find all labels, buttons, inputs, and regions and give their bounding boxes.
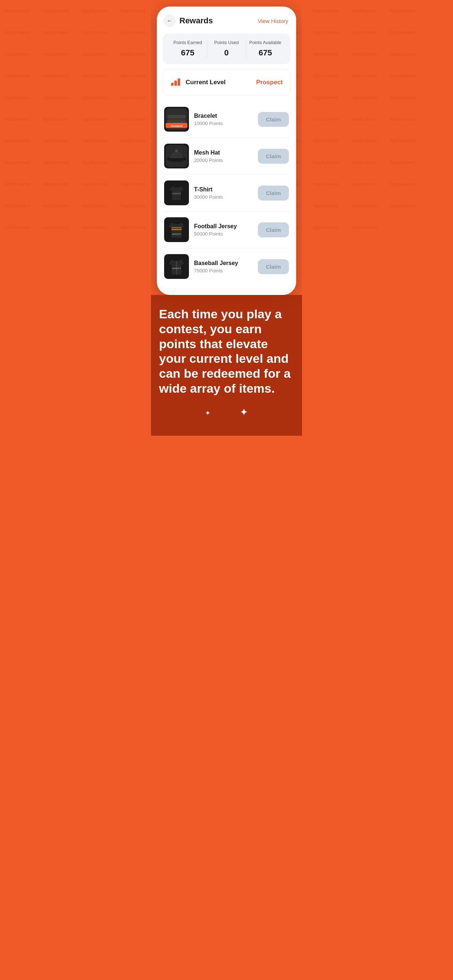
- reward-name: Bracelet: [194, 113, 253, 119]
- sparkle-large-icon: ✦: [239, 406, 248, 418]
- svg-text:LEGACY: LEGACY: [172, 267, 181, 269]
- reward-name: T-Shirt: [194, 186, 253, 193]
- points-card: Points Earned 675 Points Used 0 Points A…: [163, 33, 290, 64]
- reward-name: Mesh Hat: [194, 150, 253, 156]
- level-label: Current Level: [186, 79, 226, 86]
- reward-points: 30000 Points: [194, 194, 253, 200]
- reward-name: Football Jersey: [194, 223, 253, 230]
- points-used-label: Points Used: [214, 40, 239, 45]
- level-card: Current Level Prospect: [163, 69, 290, 95]
- reward-image-football-jersey: LEGACY: [164, 217, 189, 242]
- points-earned-value: 675: [181, 48, 195, 57]
- claim-button-0[interactable]: Claim: [258, 112, 289, 127]
- sparkle-small-icon: ✦: [205, 409, 211, 418]
- reward-item: LEGACY Baseball Jersey 75000 Points Clai…: [163, 248, 290, 285]
- svg-rect-1: [174, 81, 177, 86]
- level-value: Prospect: [256, 79, 283, 86]
- reward-info: Football Jersey 50000 Points: [194, 223, 253, 237]
- reward-image-tshirt: LEGACY: [164, 180, 189, 205]
- svg-text:Demand: Demand: [171, 124, 182, 127]
- header: ← Rewards View History: [157, 6, 296, 32]
- svg-rect-0: [171, 83, 174, 86]
- reward-image-baseball-jersey: LEGACY: [164, 254, 189, 279]
- back-arrow-icon: ←: [167, 18, 172, 24]
- svg-text:LEGACY: LEGACY: [172, 233, 181, 235]
- bottom-section: Each time you play a contest, you earn p…: [151, 295, 302, 436]
- reward-item: LEGACY T-Shirt 30000 Points Claim: [163, 175, 290, 212]
- reward-points: 10000 Points: [194, 121, 253, 126]
- points-available-col: Points Available 675: [246, 40, 284, 57]
- phone-wrapper: ← Rewards View History Points Earned 675…: [151, 0, 302, 295]
- bottom-text: Each time you play a contest, you earn p…: [159, 307, 294, 396]
- points-used-col: Points Used 0: [207, 40, 246, 57]
- page-title: Rewards: [179, 16, 213, 25]
- view-history-button[interactable]: View History: [258, 18, 288, 24]
- reward-item: Demand Bracelet 10000 Points Claim: [163, 101, 290, 138]
- reward-item: Mesh Hat 20000 Points Claim: [163, 138, 290, 175]
- svg-rect-5: [167, 119, 186, 123]
- points-available-label: Points Available: [249, 40, 281, 45]
- claim-button-3[interactable]: Claim: [258, 223, 289, 237]
- reward-item: LEGACY Football Jersey 50000 Points Clai…: [163, 212, 290, 248]
- svg-rect-16: [171, 229, 182, 230]
- rewards-list: Demand Bracelet 10000 Points Claim: [163, 101, 290, 285]
- reward-image-hat: [164, 144, 189, 169]
- points-available-value: 675: [258, 48, 272, 57]
- reward-points: 50000 Points: [194, 231, 253, 237]
- claim-button-2[interactable]: Claim: [258, 186, 289, 200]
- reward-points: 20000 Points: [194, 158, 253, 163]
- reward-points: 75000 Points: [194, 268, 253, 274]
- level-left: Current Level: [170, 75, 226, 89]
- svg-point-11: [175, 150, 178, 153]
- reward-info: Baseball Jersey 75000 Points: [194, 260, 253, 274]
- points-used-value: 0: [224, 48, 229, 57]
- reward-image-bracelet: Demand: [164, 107, 189, 132]
- reward-info: Bracelet 10000 Points: [194, 113, 253, 126]
- points-earned-label: Points Earned: [173, 40, 202, 45]
- back-button[interactable]: ←: [163, 14, 176, 27]
- phone-shell: ← Rewards View History Points Earned 675…: [157, 6, 296, 295]
- reward-info: Mesh Hat 20000 Points: [194, 150, 253, 163]
- sparkle-container: ✦ ✦: [159, 406, 294, 418]
- level-icon: [170, 75, 181, 89]
- reward-name: Baseball Jersey: [194, 260, 253, 267]
- svg-text:LEGACY: LEGACY: [172, 192, 181, 195]
- svg-rect-15: [171, 227, 182, 228]
- svg-rect-10: [167, 158, 186, 161]
- claim-button-1[interactable]: Claim: [258, 149, 289, 164]
- header-left: ← Rewards: [163, 14, 213, 27]
- reward-info: T-Shirt 30000 Points: [194, 186, 253, 200]
- trophy-icon: [170, 75, 181, 86]
- svg-rect-4: [167, 115, 186, 118]
- points-earned-col: Points Earned 675: [169, 40, 207, 57]
- claim-button-4[interactable]: Claim: [258, 259, 289, 274]
- svg-rect-2: [178, 78, 180, 86]
